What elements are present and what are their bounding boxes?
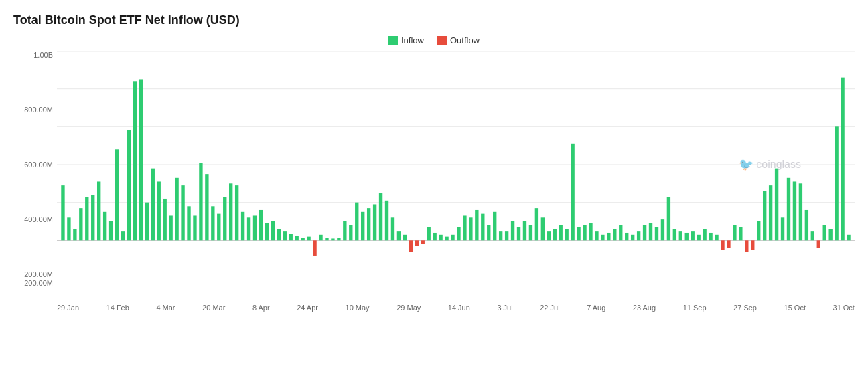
x-label-1: 29 Jan (57, 304, 79, 312)
bar-98 (649, 223, 652, 241)
watermark: 🐦 coinglass (739, 157, 801, 172)
bar-63 (439, 235, 442, 241)
bar-90 (601, 235, 604, 241)
outflow-color-box (437, 36, 447, 45)
x-label-8: 29 May (396, 304, 421, 312)
bar-96 (637, 231, 640, 240)
bar-115 (751, 240, 754, 250)
bar-77 (523, 221, 526, 240)
bar-64 (445, 237, 448, 241)
bar-3 (79, 208, 82, 240)
bar-55 (391, 217, 394, 240)
y-label-2: 800.00M (13, 106, 57, 114)
bar-42 (313, 240, 316, 256)
bar-30 (241, 212, 244, 241)
bar-66 (457, 227, 460, 240)
bar-24 (205, 174, 208, 240)
bar-130 (841, 78, 844, 241)
bar-26 (217, 214, 220, 241)
bar-39 (295, 236, 299, 240)
bar-103 (679, 231, 682, 240)
bar-85 (571, 144, 574, 240)
bar-105 (691, 231, 695, 240)
legend-inflow: Inflow (388, 35, 424, 45)
bar-74 (505, 231, 508, 240)
chart-area: 1.00B 800.00M 600.00M 400.00M 200.00M (13, 51, 855, 312)
bar-34 (265, 223, 269, 241)
bar-5 (91, 195, 94, 240)
x-label-12: 7 Aug (587, 304, 605, 312)
bar-21 (187, 206, 190, 240)
x-label-5: 8 Apr (252, 304, 270, 312)
x-label-7: 10 May (346, 304, 370, 312)
y-axis: 1.00B 800.00M 600.00M 400.00M 200.00M (13, 51, 57, 278)
chart-plot: 🐦 coinglass (57, 51, 855, 278)
x-label-4: 20 Mar (202, 304, 225, 312)
bar-99 (655, 227, 658, 240)
bar-88 (589, 223, 592, 241)
bar-51 (367, 208, 370, 240)
x-label-10: 3 Jul (497, 304, 512, 312)
bar-38 (289, 234, 293, 240)
y-label-3: 600.00M (13, 161, 57, 169)
bar-124 (805, 210, 808, 240)
bar-18 (169, 215, 172, 240)
bar-29 (235, 185, 238, 240)
bar-70 (481, 214, 484, 241)
bar-45 (331, 238, 334, 240)
bar-100 (661, 219, 664, 240)
bar-61 (427, 227, 431, 240)
outflow-label: Outflow (450, 35, 480, 45)
bar-49 (355, 203, 358, 241)
bar-83 (559, 225, 563, 241)
bar-127 (823, 225, 826, 241)
bar-1 (67, 217, 70, 240)
bar-110 (721, 240, 724, 250)
bar-121 (787, 178, 790, 241)
bar-112 (733, 225, 736, 241)
inflow-color-box (388, 36, 398, 45)
bar-114 (745, 240, 748, 252)
bar-86 (577, 227, 580, 240)
bar-123 (799, 183, 802, 240)
bar-107 (703, 229, 706, 240)
x-label-3: 4 Mar (156, 304, 175, 312)
bar-35 (271, 221, 275, 240)
bar-62 (433, 233, 436, 240)
bar-94 (625, 233, 628, 240)
bar-73 (499, 231, 502, 240)
bar-56 (397, 231, 401, 240)
bar-78 (529, 225, 532, 241)
bar-11 (127, 130, 131, 240)
bar-32 (253, 215, 257, 240)
bar-25 (211, 206, 214, 240)
x-label-9: 14 Jun (448, 304, 470, 312)
bar-76 (517, 227, 520, 240)
x-label-11: 22 Jul (540, 304, 559, 312)
bar-14 (145, 203, 149, 241)
bar-59 (415, 240, 419, 246)
bar-97 (643, 225, 646, 241)
bar-69 (475, 210, 478, 240)
bar-10 (121, 231, 125, 240)
y-label-neg: -200.00M (13, 276, 57, 288)
bar-131 (847, 235, 850, 241)
bar-52 (373, 204, 376, 240)
bar-4 (85, 197, 88, 240)
bar-17 (163, 199, 167, 240)
bar-13 (139, 79, 143, 240)
bar-75 (511, 221, 514, 240)
bar-111 (727, 240, 730, 248)
bar-31 (247, 217, 250, 240)
bar-126 (817, 240, 820, 248)
bar-106 (697, 235, 700, 241)
x-label-13: 23 Aug (633, 304, 656, 312)
bar-116 (757, 221, 760, 240)
bar-6 (97, 181, 100, 240)
bar-12 (133, 81, 137, 240)
bar-71 (487, 225, 490, 241)
bars-svg (57, 51, 855, 278)
bar-91 (607, 233, 610, 240)
chart-title: Total Bitcoin Spot ETF Net Inflow (USD) (13, 13, 855, 27)
bar-72 (493, 212, 496, 241)
